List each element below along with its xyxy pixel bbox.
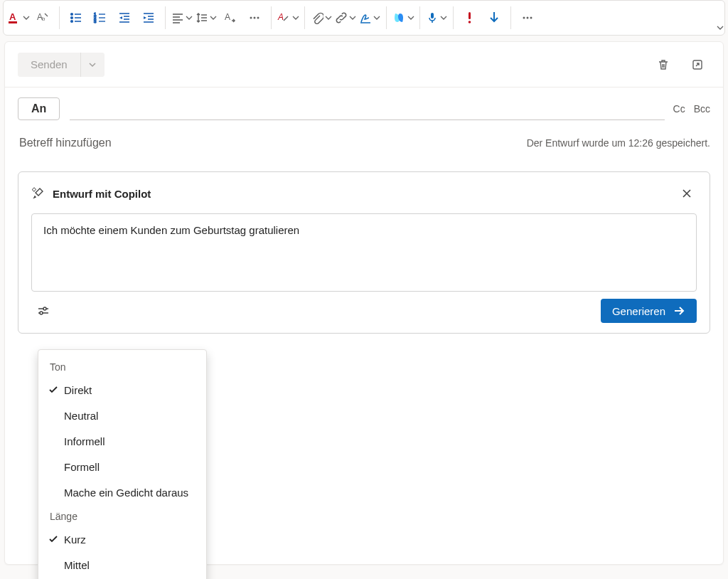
bcc-toggle[interactable]: Bcc [694, 103, 710, 115]
line-spacing-dropdown[interactable] [195, 6, 218, 29]
svg-text:3: 3 [94, 19, 97, 23]
toolbar-separator [510, 6, 511, 29]
tone-option-label: Neutral [64, 410, 196, 422]
svg-point-39 [523, 17, 525, 19]
toolbar-separator [453, 6, 454, 29]
length-option-label: Kurz [64, 533, 196, 546]
svg-text:b: b [42, 16, 46, 22]
copilot-panel-title: Entwurf mit Copilot [53, 188, 677, 200]
copilot-draft-panel: Entwurf mit Copilot Ich möchte einem Kun… [18, 171, 710, 334]
svg-point-33 [254, 17, 256, 19]
decrease-indent-button[interactable] [113, 6, 136, 29]
copilot-button[interactable] [392, 6, 414, 29]
tone-option-label: Mache ein Gedicht daraus [64, 487, 196, 499]
svg-text:A: A [9, 11, 16, 22]
tone-option-label: Formell [64, 461, 196, 473]
to-button[interactable]: An [18, 97, 60, 120]
svg-point-41 [530, 17, 532, 19]
svg-point-38 [469, 21, 471, 23]
toolbar-separator [386, 6, 387, 29]
generate-button-label: Generieren [612, 305, 665, 317]
check-icon [48, 534, 64, 544]
svg-rect-37 [469, 12, 471, 19]
tone-option[interactable]: Informell [38, 428, 206, 454]
to-input[interactable] [70, 97, 664, 120]
increase-indent-button[interactable] [137, 6, 160, 29]
copilot-prompt-text: Ich möchte einem Kunden zum Geburtstag g… [43, 224, 299, 236]
subject-row: Der Entwurf wurde um 12:26 gespeichert. [5, 120, 723, 161]
send-options-dropdown[interactable] [80, 53, 105, 77]
svg-point-40 [527, 17, 529, 19]
svg-point-32 [250, 17, 252, 19]
check-icon [48, 385, 64, 395]
copilot-adjust-menu: Ton DirektNeutralInformellFormellMache e… [38, 349, 207, 579]
svg-text:A: A [277, 12, 284, 22]
toolbar-overflow-button[interactable] [243, 6, 266, 29]
text-effects-button[interactable]: A [219, 6, 242, 29]
dictate-dropdown[interactable] [425, 6, 448, 29]
subject-input[interactable] [18, 136, 527, 150]
more-commands-button[interactable] [516, 6, 539, 29]
tone-section-label: Ton [38, 356, 206, 377]
svg-point-4 [71, 14, 73, 16]
clear-formatting-button[interactable]: A b [31, 6, 54, 29]
font-color-dropdown[interactable]: A [7, 6, 30, 29]
svg-text:A: A [225, 12, 230, 22]
send-button[interactable]: Senden [18, 53, 80, 77]
toolbar-separator [59, 6, 60, 29]
length-option-label: Mittel [64, 559, 196, 571]
svg-point-6 [71, 17, 73, 19]
length-option[interactable]: Kurz [38, 526, 206, 552]
tone-option[interactable]: Direkt [38, 377, 206, 403]
tone-option-label: Informell [64, 435, 196, 447]
signature-dropdown[interactable] [358, 6, 381, 29]
recipients-row: An Cc Bcc [5, 87, 723, 120]
svg-rect-36 [431, 13, 434, 18]
copilot-spark-icon [31, 186, 46, 202]
svg-point-8 [71, 21, 73, 23]
toolbar-separator [304, 6, 305, 29]
cc-toggle[interactable]: Cc [673, 103, 685, 115]
bullet-list-button[interactable] [65, 6, 87, 29]
numbered-list-button[interactable]: 1 2 3 [89, 6, 112, 29]
toolbar-separator [271, 6, 272, 29]
copilot-prompt-input[interactable]: Ich möchte einem Kunden zum Geburtstag g… [31, 213, 697, 292]
link-dropdown[interactable] [334, 6, 357, 29]
tone-option[interactable]: Formell [38, 454, 206, 479]
tone-option[interactable]: Mache ein Gedicht daraus [38, 479, 206, 505]
formatting-toolbar: A A b 1 2 3 [3, 0, 725, 36]
svg-rect-1 [9, 21, 17, 23]
high-importance-button[interactable] [459, 6, 481, 29]
send-button-group: Senden [18, 53, 105, 77]
expand-ribbon-chevron[interactable] [714, 22, 726, 33]
styles-dropdown[interactable]: A [277, 6, 299, 29]
tone-option[interactable]: Neutral [38, 403, 206, 428]
svg-point-46 [40, 312, 43, 314]
low-importance-button[interactable] [483, 6, 505, 29]
generate-button[interactable]: Generieren [601, 299, 697, 323]
svg-point-44 [43, 307, 46, 310]
attach-dropdown[interactable] [310, 6, 333, 29]
tone-option-label: Direkt [64, 384, 196, 396]
toolbar-separator [165, 6, 166, 29]
popout-icon[interactable] [685, 52, 710, 78]
compose-header: Senden [5, 42, 723, 87]
close-copilot-icon[interactable] [677, 184, 697, 203]
draft-save-status: Der Entwurf wurde um 12:26 gespeichert. [527, 137, 710, 149]
copilot-adjust-button[interactable] [31, 299, 55, 323]
length-option[interactable]: Mittel [38, 552, 206, 578]
length-section-label: Länge [38, 505, 206, 526]
compose-window: Senden An Cc Bcc Der Entwurf wurde um 12… [4, 41, 724, 565]
align-dropdown[interactable] [171, 6, 193, 29]
toolbar-separator [419, 6, 420, 29]
svg-point-34 [257, 17, 259, 19]
discard-icon[interactable] [651, 52, 676, 78]
